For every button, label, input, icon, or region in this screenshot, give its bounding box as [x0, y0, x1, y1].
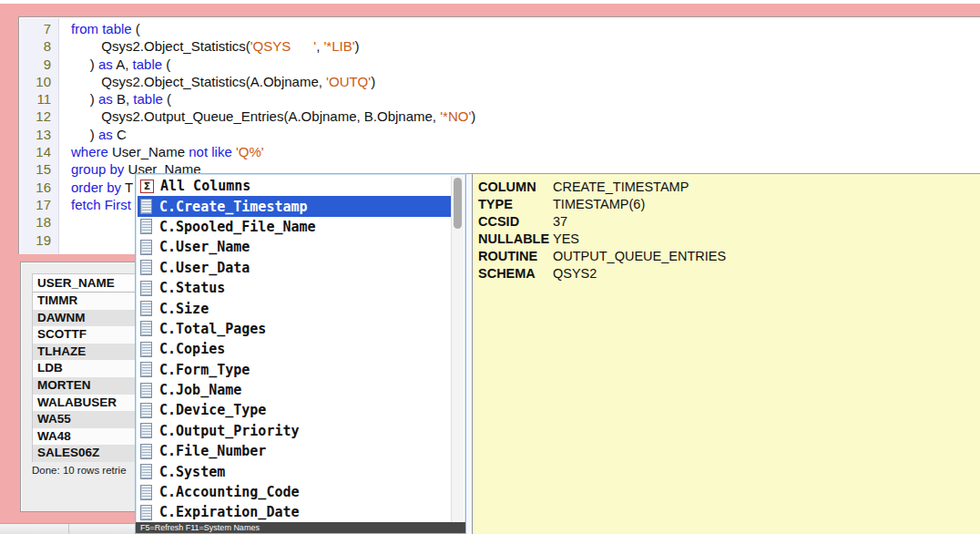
sql-text: )	[471, 108, 475, 124]
completion-item[interactable]: C.User_Data	[138, 258, 451, 278]
line-number: 16	[20, 179, 58, 196]
code-line[interactable]: 14where User_Name not like 'Q%'	[20, 143, 980, 160]
completion-item-all-columns[interactable]: ΣAll Columns	[138, 176, 451, 196]
completion-popup[interactable]: ΣAll ColumnsC.Create_TimestampC.Spooled_…	[135, 173, 466, 534]
sql-text: B,	[113, 91, 134, 107]
sql-string: '*LIB'	[324, 38, 355, 54]
code-line[interactable]: 7from table (	[20, 20, 980, 37]
line-number: 7	[20, 20, 58, 37]
column-icon	[140, 383, 152, 398]
code-text: where User_Name not like 'Q%'	[58, 143, 264, 160]
code-text: from table (	[58, 20, 140, 37]
sql-string: 'OUTQ'	[326, 74, 371, 89]
sigma-icon: Σ	[140, 180, 154, 193]
tooltip-row: TYPETIMESTAMP(6)	[478, 196, 980, 213]
column-icon	[140, 260, 152, 275]
completion-item[interactable]: C.System	[138, 461, 451, 481]
code-line[interactable]: 10 Qsys2.Object_Statistics(A.Objname, 'O…	[20, 73, 980, 90]
sql-string: '*NO'	[440, 108, 471, 124]
sql-text: )	[71, 91, 98, 107]
code-text	[58, 231, 71, 249]
column-icon	[140, 423, 152, 438]
column-icon	[140, 281, 152, 296]
column-info-rows: COLUMNCREATE_TIMESTAMPTYPETIMESTAMP(6)CC…	[473, 174, 980, 282]
sql-string: 'QSYS '	[250, 38, 316, 54]
popup-scrollbar[interactable]	[451, 176, 464, 522]
code-text: fetch First	[58, 196, 131, 213]
completion-item-label: C.Output_Priority	[159, 423, 300, 439]
code-line[interactable]: 13 ) as C	[20, 126, 980, 143]
column-icon	[140, 444, 152, 459]
line-number: 19	[20, 231, 58, 249]
column-icon	[140, 485, 152, 500]
completion-item-label: C.Spooled_File_Name	[159, 219, 316, 235]
completion-list: ΣAll ColumnsC.Create_TimestampC.Spooled_…	[138, 176, 451, 522]
sql-text: Qsys2.Object_Statistics(A.Objname,	[71, 74, 326, 89]
tooltip-value: YES	[553, 231, 579, 248]
tooltip-label: SCHEMA	[478, 265, 553, 282]
completion-item[interactable]: C.Create_Timestamp	[138, 196, 451, 216]
sql-text: (	[132, 21, 140, 36]
tooltip-value: QSYS2	[553, 265, 597, 282]
completion-item[interactable]: C.Device_Type	[138, 400, 451, 420]
column-info-tooltip: COLUMNCREATE_TIMESTAMPTYPETIMESTAMP(6)CC…	[472, 174, 980, 534]
sql-keyword: table	[133, 91, 163, 107]
sql-text: C	[113, 127, 127, 142]
code-line[interactable]: 12 Qsys2.Output_Queue_Entries(A.Objname,…	[20, 108, 980, 125]
sql-text: ,	[316, 38, 323, 54]
completion-item[interactable]: C.Status	[138, 278, 451, 298]
completion-item[interactable]: C.User_Name	[138, 237, 451, 257]
completion-item[interactable]: C.Expiration_Date	[138, 502, 451, 522]
sql-keyword: order by	[71, 180, 121, 195]
sql-keyword: fetch First	[71, 197, 131, 212]
line-number: 10	[20, 73, 58, 90]
completion-item-label: C.Copies	[159, 341, 225, 357]
code-text: order by T	[58, 179, 133, 196]
line-number: 14	[20, 143, 58, 160]
tooltip-label: CCSID	[478, 213, 553, 231]
sql-text: User_Name	[108, 144, 189, 159]
line-number: 12	[20, 108, 58, 125]
line-number: 13	[20, 126, 58, 143]
line-number: 8	[20, 37, 58, 55]
column-icon	[140, 301, 152, 316]
sql-keyword: table	[133, 56, 163, 72]
sql-text: )	[71, 56, 98, 72]
completion-item[interactable]: C.Output_Priority	[138, 421, 451, 441]
completion-item-label: C.Create_Timestamp	[159, 199, 308, 215]
completion-item[interactable]: C.Total_Pages	[138, 319, 451, 339]
popup-scrollbar-thumb[interactable]	[454, 178, 462, 229]
code-line[interactable]: 11 ) as B, table (	[20, 90, 980, 108]
completion-item-label: C.Job_Name	[159, 382, 241, 398]
completion-item[interactable]: C.File_Number	[138, 441, 451, 461]
completion-item[interactable]: C.Spooled_File_Name	[138, 217, 451, 237]
column-icon	[140, 362, 152, 377]
completion-item[interactable]: C.Size	[138, 298, 451, 318]
code-line[interactable]: 9 ) as A, table (	[20, 56, 980, 73]
tooltip-value: TIMESTAMP(6)	[553, 196, 645, 213]
code-text: ) as B, table (	[58, 90, 171, 108]
sql-text: (	[162, 56, 170, 72]
completion-item[interactable]: C.Copies	[138, 339, 451, 359]
completion-item-label: C.Size	[159, 301, 209, 317]
sql-text: Qsys2.Object_Statistics(	[71, 38, 250, 54]
tooltip-value: CREATE_TIMESTAMP	[553, 179, 689, 196]
completion-item[interactable]: C.Form_Type	[138, 360, 451, 380]
completion-item-label: C.File_Number	[159, 443, 266, 459]
column-icon	[140, 464, 152, 479]
column-icon	[140, 403, 152, 418]
code-line[interactable]: 8 Qsys2.Object_Statistics('QSYS ', '*LIB…	[20, 37, 980, 55]
sql-keyword: as	[98, 56, 113, 72]
completion-item[interactable]: C.Job_Name	[138, 380, 451, 400]
completion-item-label: C.System	[159, 464, 225, 480]
line-number: 11	[20, 90, 58, 108]
tooltip-row: NULLABLEYES	[478, 231, 980, 248]
sql-string: 'Q%'	[236, 144, 264, 159]
completion-item-label: C.Expiration_Date	[159, 504, 300, 520]
line-number: 15	[20, 160, 58, 178]
completion-item-label: C.Form_Type	[159, 362, 250, 378]
tooltip-label: NULLABLE	[478, 231, 553, 248]
completion-item[interactable]: C.Accounting_Code	[138, 482, 451, 502]
column-icon	[140, 505, 152, 520]
code-text: Qsys2.Object_Statistics('QSYS ', '*LIB')	[58, 37, 360, 55]
